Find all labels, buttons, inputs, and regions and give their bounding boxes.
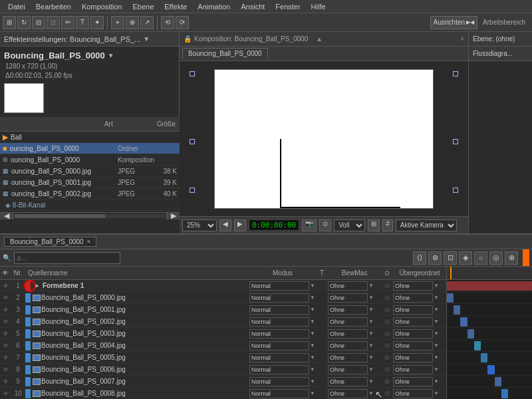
zoom-dropdown[interactable]: 25% 50% 100% — [182, 219, 217, 231]
toolbar-btn-2[interactable]: ↻ — [17, 16, 31, 29]
timeline-tab[interactable]: Bouncing_Ball_PS_0000 × — [4, 237, 96, 247]
comp-panel-close[interactable]: × — [460, 35, 464, 43]
layer-1-uber-dropdown[interactable]: Ohne — [393, 281, 433, 291]
layer-8-mode-dropdown[interactable]: Normal — [249, 365, 309, 374]
layer-10-uber-dropdown[interactable]: Ohne — [393, 389, 433, 398]
comp-name-arrow[interactable]: ▼ — [108, 52, 114, 59]
layer-9-mode-dropdown[interactable]: Normal — [249, 377, 309, 386]
tl-tool-2[interactable]: ⊛ — [428, 251, 442, 265]
project-item-jpg3[interactable]: ▦ ouncing_Ball_PS_0002.jpg JPEG 40 K — [0, 188, 180, 200]
layer-6-eye[interactable]: 👁 — [0, 342, 11, 349]
layer-3-uber-dropdown[interactable]: Ohne — [393, 305, 433, 315]
layer-4-bewmas-dropdown[interactable]: Ohne — [328, 317, 368, 327]
layer-9-uber-dropdown[interactable]: Ohne — [393, 377, 433, 386]
layer-8-uber-dropdown[interactable]: Ohne — [393, 365, 433, 374]
layer-9-eye2[interactable]: ⊙ — [381, 378, 393, 385]
layer-6-mode-dropdown[interactable]: Normal — [249, 341, 309, 350]
layer-row-6[interactable]: 👁 6 Bouncing_Ball_PS_0004.jpg Normal ▼ O… — [0, 340, 446, 352]
project-item-bouncing-folder[interactable]: ■ ouncing_Ball_PS_0000 Ordner — [0, 143, 180, 154]
layer-8-bewmas-dropdown[interactable]: Ohne — [328, 365, 368, 374]
layer-1-eye[interactable]: 👁 — [0, 283, 11, 289]
grid-btn[interactable]: # — [382, 219, 393, 231]
layer-4-mode-dropdown[interactable]: Normal — [249, 317, 309, 327]
project-item-ball[interactable]: ▶ Ball — [0, 132, 180, 143]
layer-9-eye[interactable]: 👁 — [0, 378, 11, 385]
tl-tool-4[interactable]: ◈ — [459, 251, 472, 265]
tl-tool-6[interactable]: ◎ — [489, 251, 503, 265]
layer-1-bewmas-dropdown[interactable]: Ohne — [328, 281, 368, 291]
menu-animation[interactable]: Animation — [192, 0, 235, 13]
next-frame-btn[interactable]: ▶ — [234, 219, 246, 231]
layer-row-4[interactable]: 👁 4 Bouncing_Ball_PS_0002.jpg Normal ▼ O… — [0, 316, 446, 328]
toolbar-btn-3[interactable]: ⊟ — [32, 16, 45, 29]
toolbar-btn-4[interactable]: □ — [47, 16, 60, 29]
layer-5-uber-dropdown[interactable]: Ohne — [393, 329, 433, 338]
layer-2-uber-dropdown[interactable]: Ohne — [393, 293, 433, 303]
layer-9-bewmas-dropdown[interactable]: Ohne — [328, 377, 368, 386]
layer-7-bewmas-dropdown[interactable]: Ohne — [328, 353, 368, 362]
camera-settings-btn[interactable]: 📷 — [302, 219, 317, 231]
effects-expand-arrow[interactable]: ▼ — [143, 35, 150, 43]
layer-row-9[interactable]: 👁 9 Bouncing_Ball_PS_0007.jpg Normal ▼ O… — [0, 376, 446, 388]
layer-8-eye2[interactable]: ⊙ — [381, 366, 393, 373]
layer-4-eye[interactable]: 👁 — [0, 319, 11, 325]
toolbar-btn-10[interactable]: ↗ — [140, 16, 154, 29]
layer-10-mode-dropdown[interactable]: Normal — [249, 389, 309, 398]
layer-7-uber-dropdown[interactable]: Ohne — [393, 353, 433, 362]
layer-7-eye[interactable]: 👁 — [0, 354, 11, 361]
layer-row-5[interactable]: 👁 5 Bouncing_Ball_PS_0003.jpg Normal ▼ O… — [0, 328, 446, 340]
layer-10-eye[interactable]: 👁 — [0, 390, 11, 397]
toolbar-btn-7[interactable]: ✦ — [90, 16, 104, 29]
toolbar-btn-9[interactable]: ⊕ — [126, 16, 139, 29]
toolbar-btn-11[interactable]: ⟲ — [161, 16, 174, 29]
layer-row-10[interactable]: 👁 10 Bouncing_Ball_PS_0008.jpg Normal ▼ … — [0, 388, 446, 399]
scroll-left-btn[interactable]: ◀ — [0, 213, 13, 219]
layer-3-eye[interactable]: 👁 — [0, 307, 11, 313]
layer-row-3[interactable]: 👁 3 Bouncing_Ball_PS_0001.jpg Normal ▼ O… — [0, 304, 446, 316]
layer-4-uber-dropdown[interactable]: Ohne — [393, 317, 433, 327]
toolbar-btn-1[interactable]: ⊞ — [3, 16, 16, 29]
project-item-comp[interactable]: ⊞ ouncing_Ball_PS_0000 Komposition — [0, 154, 180, 166]
layer-5-mode-dropdown[interactable]: Normal — [249, 329, 309, 338]
layer-8-eye[interactable]: 👁 — [0, 366, 11, 373]
layer-5-bewmas-dropdown[interactable]: Ohne — [328, 329, 368, 338]
toolbar-btn-6[interactable]: T — [76, 16, 89, 29]
layer-5-eye2[interactable]: ⊙ — [381, 330, 393, 337]
menu-datei[interactable]: Datei — [3, 0, 31, 13]
timeline-search-input[interactable] — [14, 252, 120, 264]
project-item-bitkanal[interactable]: ◈ 8-Bit-Kanal — [0, 200, 180, 211]
layer-6-bewmas-dropdown[interactable]: Ohne — [328, 341, 368, 350]
render-settings-btn[interactable]: ⊞ — [368, 219, 380, 231]
layer-7-mode-dropdown[interactable]: Normal — [249, 353, 309, 362]
tl-tool-5[interactable]: ○ — [474, 251, 487, 265]
ausrichten-button[interactable]: Ausrichten ▶◀ — [430, 16, 477, 29]
menu-ansicht[interactable]: Ansicht — [235, 0, 270, 13]
comp-tab-main[interactable]: Bouncing_Ball_PS_0000 — [182, 48, 268, 59]
layer-1-expand[interactable]: ▶ — [32, 281, 41, 291]
layer-3-eye2[interactable]: ⊙ — [381, 306, 393, 313]
layer-1-eye2[interactable]: ⊙ — [381, 282, 393, 289]
layer-10-eye2[interactable]: ⊙ — [381, 390, 393, 397]
layer-6-eye2[interactable]: ⊙ — [381, 342, 393, 349]
layer-2-bewmas-dropdown[interactable]: Ohne — [328, 293, 368, 303]
layer-row-8[interactable]: 👁 8 Bouncing_Ball_PS_0006.jpg Normal ▼ O… — [0, 364, 446, 376]
menu-komposition[interactable]: Komposition — [76, 0, 128, 13]
timecode-display[interactable]: 0:00:00:00 — [249, 219, 299, 231]
layer-2-eye2[interactable]: ⊙ — [381, 294, 393, 301]
scroll-right-btn[interactable]: ▶ — [166, 213, 180, 219]
project-item-jpg2[interactable]: ▦ ouncing_Ball_PS_0001.jpg JPEG 39 K — [0, 177, 180, 188]
tl-tool-3[interactable]: ⊡ — [444, 251, 457, 265]
project-scrollbar[interactable]: ◀ ▶ — [0, 212, 180, 219]
toolbar-btn-8[interactable]: ⌖ — [111, 16, 124, 29]
layer-3-bewmas-dropdown[interactable]: Ohne — [328, 305, 368, 315]
layer-6-uber-dropdown[interactable]: Ohne — [393, 341, 433, 350]
layer-7-eye2[interactable]: ⊙ — [381, 354, 393, 361]
menu-bearbeiten[interactable]: Bearbeiten — [31, 0, 76, 13]
menu-hilfe[interactable]: Hilfe — [306, 0, 331, 13]
view-settings-btn[interactable]: ⊙ — [319, 219, 331, 231]
menu-effekte[interactable]: Effekte — [159, 0, 192, 13]
menu-fenster[interactable]: Fenster — [270, 0, 305, 13]
layer-row-2[interactable]: 👁 2 Bouncing_Ball_PS_0000.jpg Normal ▼ O… — [0, 292, 446, 304]
layer-2-eye[interactable]: 👁 — [0, 295, 11, 301]
layer-2-mode-dropdown[interactable]: Normal — [249, 293, 309, 303]
